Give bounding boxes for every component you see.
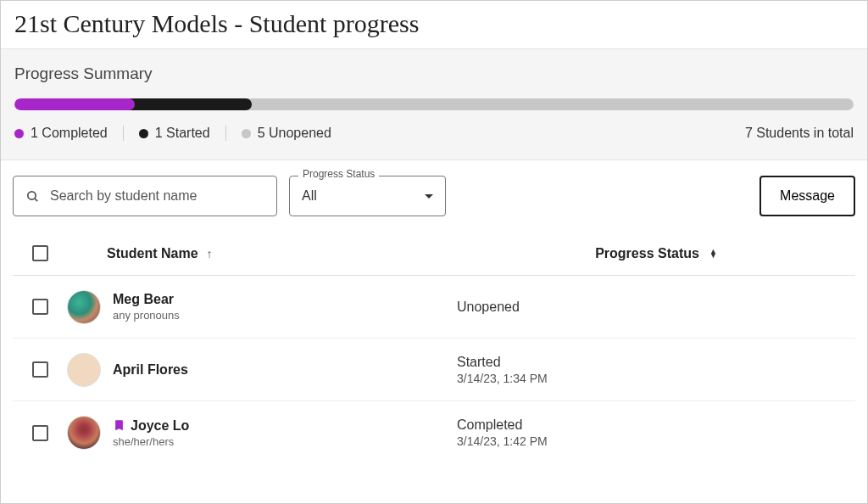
table-row: Meg Bear any pronouns Unopened: [13, 276, 855, 339]
table-row: Joyce Lo she/her/hers Completed 3/14/23,…: [13, 401, 855, 464]
status-timestamp: 3/14/23, 1:42 PM: [457, 434, 548, 448]
filter-value: All: [302, 188, 317, 204]
status-text: Started: [457, 355, 501, 370]
dot-icon: [139, 129, 148, 138]
caret-down-icon: [425, 194, 433, 199]
select-all-checkbox[interactable]: [32, 245, 48, 261]
dot-icon: [14, 129, 24, 138]
legend-unopened: 5 Unopened: [226, 126, 347, 141]
student-name[interactable]: April Flores: [113, 362, 188, 378]
summary-title: Progress Summary: [14, 64, 854, 83]
legend-started: 1 Started: [124, 126, 226, 141]
legend-items: 1 Completed 1 Started 5 Unopened: [14, 126, 347, 141]
accommodation-icon: [113, 419, 125, 432]
student-name[interactable]: Meg Bear: [113, 292, 180, 307]
row-checkbox[interactable]: [32, 361, 48, 378]
sort-icon: ▲▼: [709, 249, 717, 258]
legend-completed: 1 Completed: [14, 126, 124, 141]
students-total-label: 7 Students in total: [745, 126, 854, 141]
filter-label: Progress Status: [298, 168, 379, 180]
pronouns: she/her/hers: [113, 435, 189, 448]
avatar: [67, 353, 101, 387]
column-header-status[interactable]: Progress Status ▲▼: [457, 246, 855, 261]
progress-segment-unopened: [226, 98, 854, 110]
row-checkbox[interactable]: [32, 425, 48, 441]
message-button[interactable]: Message: [760, 176, 855, 216]
students-table: Student Name ↑ Progress Status ▲▼ Meg Be…: [1, 223, 867, 464]
status-timestamp: 3/14/23, 1:34 PM: [457, 372, 548, 385]
avatar: [67, 290, 101, 324]
search-input[interactable]: [50, 188, 264, 204]
svg-line-1: [35, 198, 37, 200]
search-icon: [25, 189, 40, 204]
student-name[interactable]: Joyce Lo: [113, 418, 189, 434]
progress-segment-completed: [14, 98, 135, 110]
dot-icon: [242, 129, 251, 138]
legend-completed-label: 1 Completed: [31, 126, 108, 141]
table-row: April Flores Started 3/14/23, 1:34 PM: [13, 339, 855, 401]
avatar: [67, 416, 101, 450]
progress-status-select[interactable]: All: [289, 176, 446, 216]
status-text: Unopened: [457, 300, 520, 315]
sort-asc-icon: ↑: [207, 247, 213, 260]
page-title: 21st Century Models - Student progress: [1, 1, 867, 48]
legend-unopened-label: 5 Unopened: [258, 126, 331, 141]
progress-summary-section: Progress Summary 1 Completed 1 Started 5…: [1, 48, 867, 160]
search-box[interactable]: [13, 176, 277, 216]
column-header-name-label: Student Name: [107, 246, 198, 261]
column-header-status-label: Progress Status: [595, 246, 699, 261]
legend-started-label: 1 Started: [155, 126, 210, 141]
row-checkbox[interactable]: [32, 299, 48, 315]
pronouns: any pronouns: [113, 309, 180, 322]
table-header: Student Name ↑ Progress Status ▲▼: [13, 223, 855, 276]
svg-point-0: [28, 191, 36, 199]
student-name-text: Joyce Lo: [131, 418, 189, 434]
status-text: Completed: [457, 417, 522, 433]
column-header-name[interactable]: Student Name ↑: [67, 246, 457, 261]
progress-bar: [14, 98, 854, 110]
